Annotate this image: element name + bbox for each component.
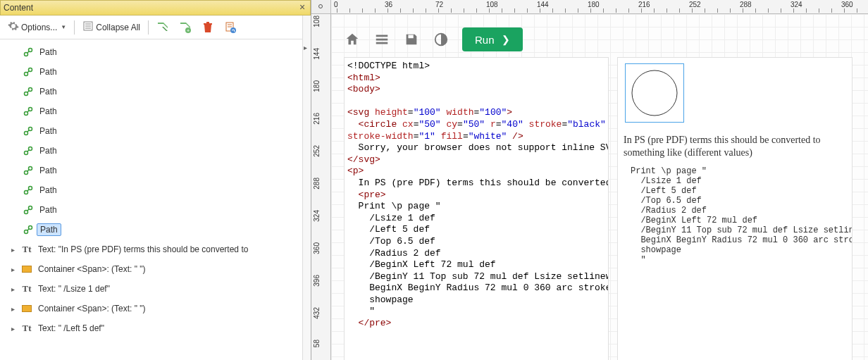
save-icon[interactable] (403, 31, 420, 48)
svg-point-19 (25, 112, 28, 116)
path-icon (23, 145, 34, 156)
path-icon (23, 86, 34, 97)
tree-item-label: Path (37, 185, 60, 196)
svg-point-14 (29, 68, 32, 72)
svg-circle-preview (625, 63, 684, 123)
collapse-all-label: Collapse All (96, 23, 140, 32)
tree-item-path[interactable]: Path (0, 141, 302, 161)
contrast-icon[interactable] (433, 31, 450, 48)
content-tree[interactable]: PathPathPathPathPathPathPathPathPathPath… (0, 39, 302, 360)
tree-item-text[interactable]: ▸TtText: " /Lsize 1 def" (0, 279, 302, 299)
ruler-v-label: 432 (313, 307, 321, 319)
path-icon (23, 224, 34, 235)
tree-item-path[interactable]: Path (0, 101, 302, 121)
tree-item-path[interactable]: Path (0, 200, 302, 220)
ruler-row: 0367210814418021625228832436039643246850… (311, 0, 868, 14)
text-icon: Tt (21, 323, 32, 334)
expand-icon[interactable]: ▸ (11, 285, 18, 293)
expand-icon[interactable]: ▸ (11, 246, 18, 254)
chevron-right-icon[interactable]: ▸ (304, 44, 307, 51)
svg-point-16 (25, 92, 28, 96)
tree-item-label: Path (37, 66, 60, 77)
ruler-h-label: 252 (689, 1, 701, 8)
tree-item-container[interactable]: ▸Container <Span>: (Text: " ") (0, 299, 302, 318)
container-icon (21, 263, 32, 275)
container-icon (21, 303, 32, 314)
preview-prose: In PS (pre PDF) terms this should be con… (624, 134, 846, 159)
tree-item-label: Text: "In PS (pre PDF) terms this should… (35, 244, 251, 255)
tree-item-label: Path (37, 223, 61, 236)
expand-icon[interactable]: ▸ (11, 325, 18, 333)
tree-item-path[interactable]: Path (0, 220, 302, 240)
home-icon[interactable] (344, 31, 361, 48)
ruler-vertical[interactable]: 10814418021625228832436039643258 (311, 14, 331, 360)
tree-item-label: Path (37, 145, 60, 156)
ruler-h-label: 108 (486, 1, 498, 8)
ruler-v-label: 252 (313, 145, 321, 157)
svg-point-41 (632, 70, 677, 116)
ruler-v-label: 324 (313, 210, 321, 222)
tree-item-label: Path (37, 46, 60, 58)
svg-line-18 (27, 91, 29, 92)
tree-item-text[interactable]: ▸TtText: " /Left 5 def" (0, 318, 302, 338)
properties-button[interactable] (221, 19, 240, 36)
svg-point-34 (25, 211, 28, 214)
tree-item-path[interactable]: Path (0, 62, 302, 82)
svg-line-33 (27, 190, 29, 191)
tree-item-path[interactable]: Path (0, 121, 302, 141)
ruler-v-label: 360 (313, 242, 321, 254)
expand-icon[interactable]: ▸ (11, 305, 18, 313)
tag-add-button[interactable] (153, 19, 173, 36)
ruler-h-label: 360 (841, 1, 853, 8)
tree-item-label: Path (37, 204, 60, 216)
tag-add2-button[interactable]: + (175, 19, 195, 36)
tree-item-container[interactable]: ▸Container <Span>: (Text: " ") (0, 259, 302, 279)
collapse-all-button[interactable]: Collapse All (79, 18, 144, 36)
svg-line-21 (27, 111, 29, 112)
menu-icon[interactable] (373, 31, 390, 48)
collapse-icon (82, 20, 94, 34)
tree-item-text[interactable]: ▸TtText: "In PS (pre PDF) terms this sho… (0, 240, 302, 259)
tree-item-path[interactable]: Path (0, 180, 302, 200)
svg-line-39 (27, 229, 29, 230)
panel-collapse-strip[interactable]: ▸ (302, 15, 311, 360)
options-label: Options... (21, 23, 57, 32)
panel-title: Content (4, 3, 33, 13)
tree-item-path[interactable]: Path (0, 42, 302, 62)
tree-item-path[interactable]: Path (0, 82, 302, 101)
ruler-v-label: 58 (313, 340, 321, 347)
delete-button[interactable] (198, 19, 218, 36)
panel-toolbar: Options... ▼ Collapse All + (0, 15, 302, 39)
ruler-h-label: 324 (790, 1, 802, 8)
code-pane[interactable]: <!DOCTYPE html> <html> <body> <svg heigh… (344, 57, 609, 360)
options-button[interactable]: Options... ▼ (4, 18, 70, 36)
svg-point-35 (29, 206, 32, 210)
svg-text:+: + (187, 28, 190, 33)
run-button[interactable]: Run ❯ (462, 27, 523, 51)
tree-item-label: Path (37, 86, 60, 97)
svg-point-28 (25, 171, 28, 175)
ruler-v-label: 108 (313, 15, 321, 27)
close-icon[interactable]: × (297, 3, 307, 13)
ruler-h-label: 144 (537, 1, 549, 8)
path-icon (23, 125, 34, 137)
panel-header: Content × (0, 0, 311, 15)
path-icon (23, 204, 34, 216)
preview-pane[interactable]: In PS (pre PDF) terms this should be con… (617, 57, 852, 360)
svg-line-15 (27, 71, 29, 73)
expand-icon[interactable]: ▸ (11, 266, 18, 273)
ruler-h-label: 216 (638, 1, 650, 8)
ruler-origin[interactable] (311, 0, 331, 13)
canvas[interactable]: Run ❯ <!DOCTYPE html> <html> <body> <svg… (331, 14, 868, 360)
ruler-v-label: 144 (313, 48, 321, 60)
tree-item-label: Text: " /Left 5 def" (35, 323, 107, 334)
svg-point-29 (29, 167, 32, 170)
ruler-horizontal[interactable]: 0367210814418021625228832436039643246850… (331, 0, 868, 13)
path-icon (23, 106, 34, 117)
tree-item-label: Path (37, 165, 60, 176)
tree-item-path[interactable]: Path (0, 161, 302, 180)
ruler-v-label: 216 (313, 113, 321, 125)
path-icon (23, 165, 34, 176)
svg-point-23 (29, 128, 32, 131)
text-icon: Tt (21, 283, 32, 294)
